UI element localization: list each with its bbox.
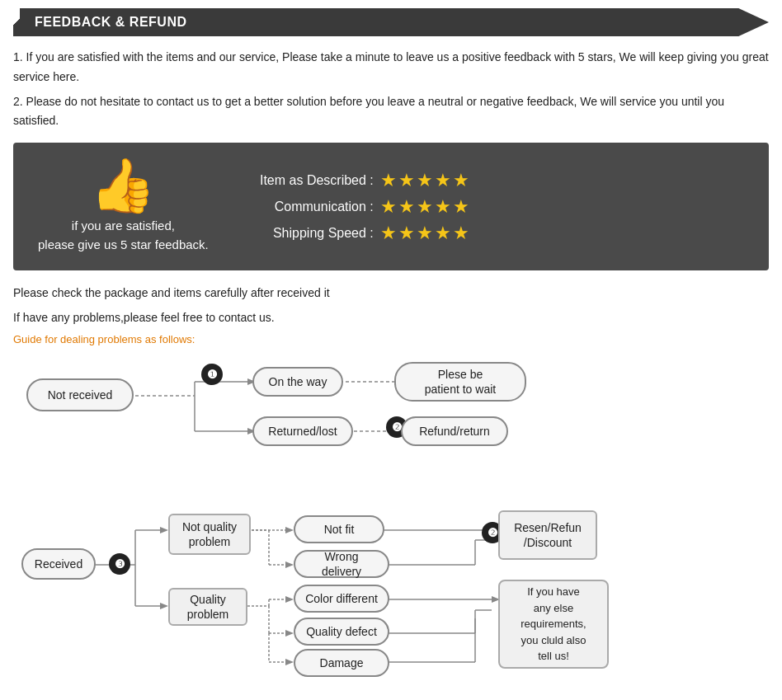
svg-marker-30	[285, 630, 294, 637]
refund-return-node: Refund/return	[401, 416, 508, 446]
thumb-area: 👍 if you are satisfied, please give us 5…	[38, 159, 209, 254]
check-text: Please check the package and items caref…	[13, 284, 769, 303]
if-you-have-node: If you haveany elserequirements,you clul…	[498, 580, 609, 669]
svg-marker-27	[285, 596, 294, 603]
flowchart-section-2: Received ❸ Not qualityproblem Qualitypro…	[13, 474, 756, 680]
paragraph-2: 2. Please do not hesitate to contact us …	[13, 92, 769, 132]
on-the-way-node: On the way	[252, 367, 343, 397]
damage-node: Damage	[294, 649, 389, 677]
svg-marker-23	[285, 561, 294, 568]
color-different-node: Color different	[294, 585, 389, 613]
star-row-3: Shipping Speed : ★★★★★	[242, 223, 471, 244]
paragraph-1: 1. If you are satisfied with the items a…	[13, 48, 769, 87]
resen-refund-node: Resen/Refun/Discount	[498, 510, 597, 560]
stars-area: Item as Described : ★★★★★ Communication …	[242, 170, 471, 244]
feedback-box: 👍 if you are satisfied, please give us 5…	[13, 143, 769, 270]
not-fit-node: Not fit	[294, 515, 384, 543]
star-label-2: Communication :	[242, 200, 374, 214]
thumbs-up-icon: 👍	[90, 159, 156, 212]
header-bar: FEEDBACK & REFUND	[13, 8, 769, 36]
returned-lost-node: Returned/lost	[252, 416, 353, 446]
star-label-1: Item as Described :	[242, 173, 374, 188]
badge-1: ❶	[201, 364, 223, 385]
not-received-node: Not received	[26, 378, 134, 411]
please-wait-node: Plese bepatient to wait	[394, 362, 526, 402]
svg-marker-19	[285, 527, 294, 533]
arrows-svg-2	[13, 474, 756, 680]
badge-3: ❸	[109, 553, 130, 575]
thumb-text: if you are satisfied, please give us 5 s…	[38, 217, 209, 254]
received-node: Received	[21, 548, 96, 580]
stars-1: ★★★★★	[380, 170, 471, 191]
flowchart-section-1: Not received ❶ On the way Plese bepatien…	[13, 359, 756, 466]
quality-defect-node: Quality defect	[294, 618, 389, 646]
not-quality-problem-node: Not qualityproblem	[168, 514, 251, 555]
svg-marker-14	[160, 527, 168, 533]
stars-3: ★★★★★	[380, 223, 471, 244]
star-label-3: Shipping Speed :	[242, 226, 374, 241]
star-row-1: Item as Described : ★★★★★	[242, 170, 471, 191]
arrows-svg-1	[13, 359, 756, 466]
page-title: FEEDBACK & REFUND	[35, 15, 187, 30]
guide-text: Guide for dealing problems as follows:	[13, 333, 769, 345]
stars-2: ★★★★★	[380, 196, 471, 218]
wrong-delivery-node: Wrong delivery	[294, 550, 389, 578]
svg-marker-17	[160, 603, 168, 609]
quality-problem-node: Qualityproblem	[168, 588, 247, 626]
contact-text: If have any problems,please feel free to…	[13, 308, 769, 328]
svg-marker-33	[285, 659, 294, 665]
star-row-2: Communication : ★★★★★	[242, 196, 471, 218]
